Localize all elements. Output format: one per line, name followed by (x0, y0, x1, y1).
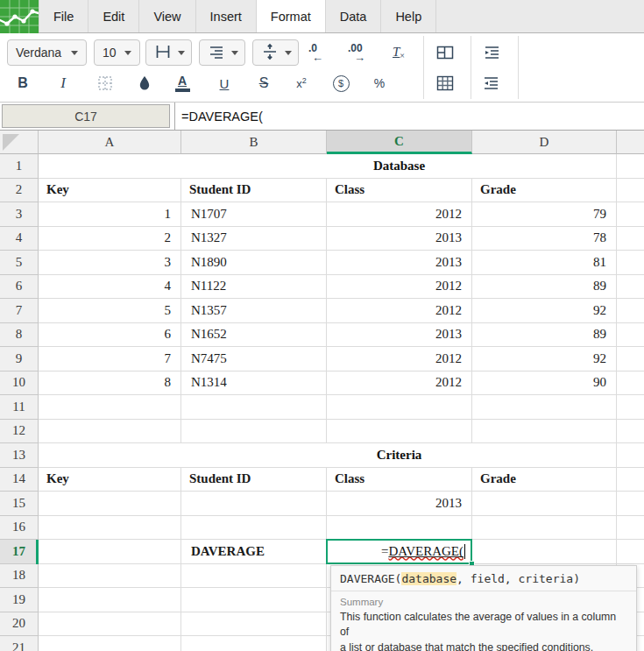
cell-c14[interactable]: Class (327, 468, 472, 492)
cell-d15[interactable] (472, 492, 617, 516)
superscript-button[interactable]: x2 (289, 71, 314, 96)
cell-b3[interactable]: N1707 (181, 202, 327, 227)
cell-a16[interactable] (39, 516, 181, 541)
row-header-18[interactable]: 18 (0, 564, 39, 589)
menu-item-file[interactable]: File (39, 0, 88, 32)
increase-indent-button[interactable] (479, 40, 504, 65)
cell-b20[interactable] (181, 612, 327, 637)
cell-b18[interactable] (181, 564, 327, 589)
font-family-dropdown[interactable]: Verdana (7, 39, 87, 66)
column-header-c[interactable]: C (327, 131, 472, 154)
cell-b15[interactable] (181, 492, 327, 516)
decrease-indent-button[interactable] (479, 71, 504, 96)
decrease-decimal-button[interactable]: .0 ← (306, 40, 330, 65)
cell-c10[interactable]: 2012 (327, 371, 472, 396)
row-header-13[interactable]: 13 (0, 443, 39, 468)
merge-cells-button[interactable] (433, 40, 457, 65)
cell-e17[interactable] (617, 540, 644, 564)
row-header-2[interactable]: 2 (0, 179, 39, 203)
vertical-align-dropdown[interactable] (252, 39, 299, 66)
row-header-3[interactable]: 3 (0, 202, 39, 227)
cell-b16[interactable] (181, 516, 327, 541)
cell-b10[interactable]: N1314 (181, 371, 327, 396)
underline-button[interactable]: U (212, 71, 237, 96)
formula-input[interactable]: =DAVERAGE( (174, 103, 644, 130)
percent-format-button[interactable]: % (367, 71, 392, 96)
row-header-5[interactable]: 5 (0, 251, 39, 275)
cell-d10[interactable]: 90 (472, 371, 617, 396)
currency-format-button[interactable]: $ (329, 71, 353, 96)
cell-e14[interactable] (617, 468, 644, 492)
cell-a18[interactable] (39, 564, 181, 589)
row-header-15[interactable]: 15 (0, 492, 39, 516)
menu-item-view[interactable]: View (138, 0, 195, 32)
cell-c16[interactable] (327, 516, 472, 541)
italic-button[interactable]: I (51, 71, 75, 96)
row-header-21[interactable]: 21 (0, 636, 39, 651)
cell-a8[interactable]: 6 (39, 323, 181, 348)
cell-a15[interactable] (39, 492, 181, 516)
select-all-corner[interactable] (0, 131, 39, 154)
column-header-a[interactable]: A (39, 131, 181, 154)
cell-a20[interactable] (39, 612, 181, 637)
cell-a3[interactable]: 1 (39, 202, 181, 227)
row-header-8[interactable]: 8 (0, 323, 39, 348)
cell-e1[interactable] (617, 154, 644, 179)
cell-b4[interactable]: N1327 (181, 227, 327, 251)
cell-c4[interactable]: 2013 (327, 227, 472, 251)
cell-b17[interactable]: DAVERAGE (181, 540, 327, 564)
row-header-14[interactable]: 14 (0, 468, 39, 492)
row-header-11[interactable]: 11 (0, 395, 39, 420)
menu-item-format[interactable]: Format (256, 0, 325, 32)
cell-e12[interactable] (617, 420, 644, 444)
cell-d2[interactable]: Grade (472, 179, 617, 203)
cell-b21[interactable] (181, 636, 327, 651)
menu-item-edit[interactable]: Edit (88, 0, 138, 32)
cell-b6[interactable]: N1122 (181, 275, 327, 300)
cell-a5[interactable]: 3 (39, 251, 181, 275)
row-header-19[interactable]: 19 (0, 588, 39, 612)
cell-c9[interactable]: 2012 (327, 347, 472, 371)
clear-formatting-button[interactable]: T× (386, 40, 411, 65)
cell-d16[interactable] (472, 516, 617, 541)
cell-c7[interactable]: 2012 (327, 299, 472, 323)
column-header-b[interactable]: B (181, 131, 327, 154)
cell-d9[interactable]: 92 (472, 347, 617, 371)
row-header-9[interactable]: 9 (0, 347, 39, 371)
cell-b11[interactable] (181, 395, 327, 420)
cell-c17-active[interactable]: =DAVERAGE( (327, 540, 472, 564)
cell-d7[interactable]: 92 (472, 299, 617, 323)
column-header-d[interactable]: D (472, 131, 617, 154)
dashed-border-button[interactable] (93, 71, 117, 96)
menu-item-help[interactable]: Help (380, 0, 436, 32)
cell-d5[interactable]: 81 (472, 251, 617, 275)
cell-a9[interactable]: 7 (39, 347, 181, 371)
cell-e2[interactable] (617, 179, 644, 203)
row-header-16[interactable]: 16 (0, 516, 39, 541)
menu-item-insert[interactable]: Insert (195, 0, 256, 32)
cell-a21[interactable] (39, 636, 181, 651)
column-width-dropdown[interactable] (145, 39, 192, 66)
row-header-10[interactable]: 10 (0, 371, 39, 396)
cell-c15[interactable]: 2013 (327, 492, 472, 516)
cell-d17[interactable] (472, 540, 617, 564)
cell-e3[interactable] (617, 202, 644, 227)
increase-decimal-button[interactable]: .00 → (345, 40, 370, 65)
cell-d12[interactable] (472, 420, 617, 444)
strikethrough-button[interactable]: S (251, 71, 276, 96)
row-header-12[interactable]: 12 (0, 420, 39, 444)
cell-b8[interactable]: N1652 (181, 323, 327, 348)
row-header-7[interactable]: 7 (0, 299, 39, 323)
cell-a6[interactable]: 4 (39, 275, 181, 300)
cell-a11[interactable] (39, 395, 181, 420)
cell-e6[interactable] (617, 275, 644, 300)
cell-d4[interactable]: 78 (472, 227, 617, 251)
row-header-6[interactable]: 6 (0, 275, 39, 300)
cell-b9[interactable]: N7475 (181, 347, 327, 371)
cell-a2[interactable]: Key (39, 179, 181, 203)
fill-color-button[interactable] (132, 71, 157, 96)
cell-c2[interactable]: Class (327, 179, 472, 203)
row-header-4[interactable]: 4 (0, 227, 39, 251)
cell-c6[interactable]: 2012 (327, 275, 472, 300)
cell-a17[interactable] (39, 540, 181, 564)
